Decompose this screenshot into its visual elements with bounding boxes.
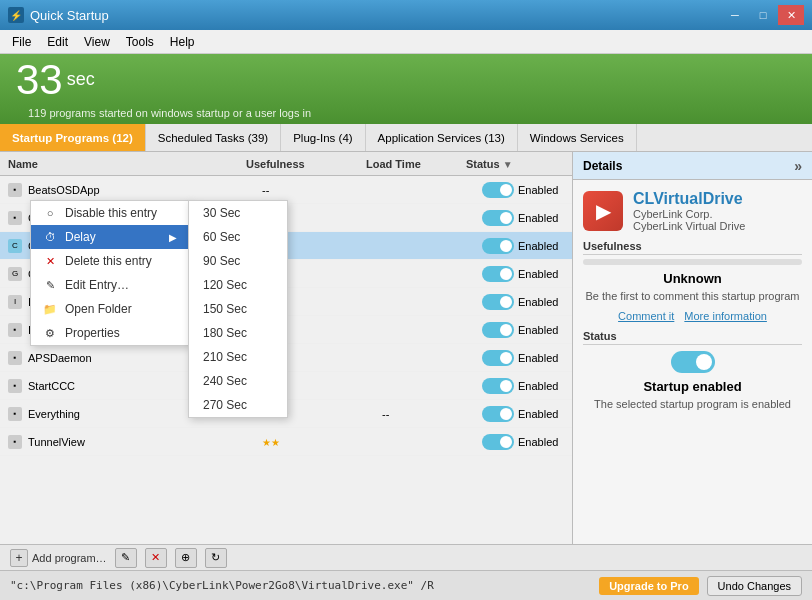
- upgrade-button[interactable]: Upgrade to Pro: [599, 577, 698, 595]
- toggle-row4[interactable]: [482, 294, 514, 310]
- toggle-row0[interactable]: [482, 182, 514, 198]
- tab-scheduled-tasks[interactable]: Scheduled Tasks (39): [146, 124, 281, 151]
- delay-submenu: 30 Sec 60 Sec 90 Sec 120 Sec 150 Sec 180…: [188, 200, 288, 418]
- toggle-row1[interactable]: [482, 210, 514, 226]
- properties-button[interactable]: ⊕: [175, 548, 197, 568]
- row-icon: ▪: [8, 379, 22, 393]
- more-info-link[interactable]: More information: [684, 310, 767, 322]
- app-header: ▶ CLVirtualDrive CyberLink Corp. CyberLi…: [583, 190, 802, 232]
- maximize-button[interactable]: □: [750, 5, 776, 25]
- main-content: Name Usefulness Load Time Status ▼ ▪ Bea…: [0, 152, 812, 544]
- row-icon: C: [8, 239, 22, 253]
- startup-time: 33: [16, 56, 63, 103]
- row-icon: G: [8, 267, 22, 281]
- edit-entry-button[interactable]: ✎: [115, 548, 137, 568]
- app-icon: ⚡: [8, 7, 24, 23]
- delay-180[interactable]: 180 Sec: [189, 321, 287, 345]
- status-label: Status: [583, 330, 802, 345]
- tab-app-services[interactable]: Application Services (13): [366, 124, 518, 151]
- header-info: 119 programs started on windows startup …: [28, 101, 311, 119]
- tab-bar: Startup Programs (12) Scheduled Tasks (3…: [0, 124, 812, 152]
- toggle-row8[interactable]: [482, 406, 514, 422]
- col-loadtime: Load Time: [362, 158, 462, 170]
- toggle-row3[interactable]: [482, 266, 514, 282]
- refresh-button[interactable]: ↻: [205, 548, 227, 568]
- folder-icon: 📁: [43, 303, 57, 316]
- delay-150[interactable]: 150 Sec: [189, 297, 287, 321]
- delay-90[interactable]: 90 Sec: [189, 249, 287, 273]
- row-icon: ▪: [8, 351, 22, 365]
- ctx-edit[interactable]: ✎ Edit Entry…: [31, 273, 189, 297]
- row-icon: ▪: [8, 183, 22, 197]
- startup-enabled-text: Startup enabled: [583, 379, 802, 394]
- delay-60[interactable]: 60 Sec: [189, 225, 287, 249]
- window-title: Quick Startup: [30, 8, 109, 23]
- left-panel: Name Usefulness Load Time Status ▼ ▪ Bea…: [0, 152, 572, 544]
- delay-30[interactable]: 30 Sec: [189, 201, 287, 225]
- toggle-row2[interactable]: [482, 238, 514, 254]
- table-header: Name Usefulness Load Time Status ▼: [0, 152, 572, 176]
- row-icon: ▪: [8, 323, 22, 337]
- menu-bar: File Edit View Tools Help: [0, 30, 812, 54]
- comment-prompt: Be the first to comment this startup pro…: [583, 290, 802, 302]
- menu-edit[interactable]: Edit: [39, 33, 76, 51]
- menu-tools[interactable]: Tools: [118, 33, 162, 51]
- toggle-row6[interactable]: [482, 350, 514, 366]
- details-body: ▶ CLVirtualDrive CyberLink Corp. CyberLi…: [573, 180, 812, 544]
- links-row: Comment it More information: [583, 310, 802, 322]
- disable-icon: ○: [43, 207, 57, 219]
- table-row[interactable]: ▪ TunnelView ★★ Enabled: [0, 428, 572, 456]
- toggle-row5[interactable]: [482, 322, 514, 338]
- status-path: "c:\Program Files (x86)\CyberLink\Power2…: [10, 579, 434, 592]
- menu-file[interactable]: File: [4, 33, 39, 51]
- close-button[interactable]: ✕: [778, 5, 804, 25]
- title-bar: ⚡ Quick Startup ─ □ ✕: [0, 0, 812, 30]
- details-expand[interactable]: »: [794, 158, 802, 174]
- status-bar: "c:\Program Files (x86)\CyberLink\Power2…: [0, 570, 812, 600]
- ctx-delete[interactable]: ✕ Delete this entry: [31, 249, 189, 273]
- delay-210[interactable]: 210 Sec: [189, 345, 287, 369]
- tab-startup-programs[interactable]: Startup Programs (12): [0, 124, 146, 151]
- tab-windows-services[interactable]: Windows Services: [518, 124, 637, 151]
- row-icon: I: [8, 295, 22, 309]
- time-unit: sec: [67, 59, 95, 90]
- details-header: Details »: [573, 152, 812, 180]
- app-company: CyberLink Corp.: [633, 208, 745, 220]
- app-icon-large: ▶: [583, 191, 623, 231]
- menu-view[interactable]: View: [76, 33, 118, 51]
- usefulness-bar: [583, 259, 802, 265]
- col-name: Name: [4, 158, 242, 170]
- delay-240[interactable]: 240 Sec: [189, 369, 287, 393]
- row-icon: ▪: [8, 435, 22, 449]
- context-menu: ○ Disable this entry ⏱ Delay ▶ ✕ Delete …: [30, 200, 190, 346]
- delay-270[interactable]: 270 Sec: [189, 393, 287, 417]
- delete-icon: ✕: [43, 255, 57, 268]
- ctx-open-folder[interactable]: 📁 Open Folder: [31, 297, 189, 321]
- comment-it-link[interactable]: Comment it: [618, 310, 674, 322]
- toggle-row9[interactable]: [482, 434, 514, 450]
- tab-plugins[interactable]: Plug-Ins (4): [281, 124, 365, 151]
- delete-entry-button[interactable]: ✕: [145, 548, 167, 568]
- startup-desc: The selected startup program is enabled: [583, 398, 802, 410]
- ctx-delay[interactable]: ⏱ Delay ▶: [31, 225, 189, 249]
- delay-icon: ⏱: [43, 231, 57, 243]
- status-toggle[interactable]: [671, 351, 715, 373]
- right-panel: Details » ▶ CLVirtualDrive CyberLink Cor…: [572, 152, 812, 544]
- minimize-button[interactable]: ─: [722, 5, 748, 25]
- submenu-arrow: ▶: [169, 232, 177, 243]
- delay-120[interactable]: 120 Sec: [189, 273, 287, 297]
- add-program-button[interactable]: + Add program…: [10, 549, 107, 567]
- row-icon: ▪: [8, 211, 22, 225]
- ctx-properties[interactable]: ⚙ Properties: [31, 321, 189, 345]
- row-icon: ▪: [8, 407, 22, 421]
- header: 33sec 119 programs started on windows st…: [0, 54, 812, 124]
- status-right: Upgrade to Pro Undo Changes: [599, 576, 802, 596]
- usefulness-label: Usefulness: [583, 240, 802, 255]
- app-name-block: CLVirtualDrive CyberLink Corp. CyberLink…: [633, 190, 745, 232]
- ctx-disable[interactable]: ○ Disable this entry: [31, 201, 189, 225]
- edit-icon: ✎: [43, 279, 57, 292]
- toggle-row7[interactable]: [482, 378, 514, 394]
- undo-button[interactable]: Undo Changes: [707, 576, 802, 596]
- usefulness-value: Unknown: [583, 271, 802, 286]
- menu-help[interactable]: Help: [162, 33, 203, 51]
